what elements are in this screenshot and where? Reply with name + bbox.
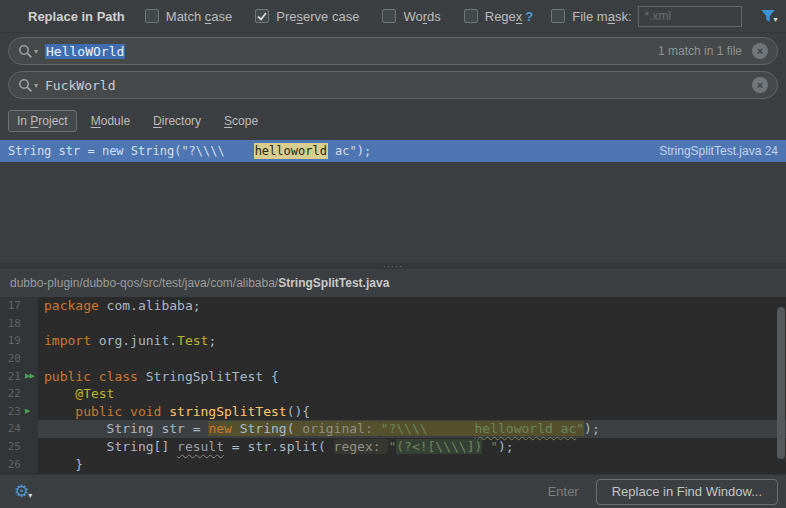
run-method-icon[interactable]: ▶ <box>25 407 29 415</box>
checkbox-box <box>145 9 159 23</box>
tab-in-project[interactable]: In Project <box>8 110 77 132</box>
search-input[interactable]: HelloWOrld <box>45 44 658 59</box>
enter-shortcut-hint: Enter <box>548 484 579 499</box>
line-number: 25 <box>0 440 21 453</box>
gutter-cell: 23▶ <box>0 403 38 421</box>
scope-tabs: In Project Module Directory Scope <box>8 109 267 133</box>
code-text <box>38 315 786 333</box>
line-number: 23 <box>0 405 21 418</box>
search-field[interactable]: ▾ HelloWOrld 1 match in 1 file × <box>8 37 778 65</box>
editor-line[interactable]: 19import org.junit.Test; <box>0 332 786 350</box>
match-highlight: helloworld <box>254 143 328 159</box>
tab-scope[interactable]: Scope <box>215 110 267 132</box>
editor-line[interactable]: 20 <box>0 350 786 368</box>
checkbox-regex[interactable]: Regex ? <box>464 9 534 24</box>
result-file-reference: StringSplitTest.java 24 <box>659 144 778 158</box>
gutter-cell: 22 <box>0 385 38 403</box>
editor-line[interactable]: 25 String[] result = str.split( regex: "… <box>0 438 786 456</box>
search-icon <box>18 44 33 59</box>
checkbox-preserve-case[interactable]: Preserve case <box>255 9 359 24</box>
checkmark-icon <box>257 12 267 21</box>
run-class-icon[interactable]: ▶▶ <box>25 372 34 380</box>
dialog-title: Replace in Path <box>28 9 125 24</box>
replace-history-button[interactable]: ▾ <box>18 78 38 93</box>
line-number: 22 <box>0 387 21 400</box>
breadcrumb-file[interactable]: StringSplitTest.java <box>278 276 389 290</box>
code-text: String[] result = str.split( regex: "(?<… <box>38 438 786 456</box>
checkbox-file-mask[interactable]: File mask: <box>551 9 631 24</box>
breadcrumb: dubbo-plugin/dubbo-qos/src/test/java/com… <box>0 269 786 297</box>
replace-in-find-window-button[interactable]: Replace in Find Window... <box>596 479 778 505</box>
file-mask-input[interactable] <box>638 6 742 27</box>
filter-search-results-button[interactable]: ▾ <box>760 9 778 23</box>
gutter-cell: 18 <box>0 315 38 333</box>
editor-line[interactable]: 23▶ public void stringSplitTest(){ <box>0 403 786 421</box>
replace-field[interactable]: ▾ FuckWorld × <box>8 71 778 99</box>
settings-button[interactable]: ⚙ ▾ <box>14 483 32 500</box>
selected-text: HelloWOrld <box>45 44 125 59</box>
chevron-down-icon: ▾ <box>28 491 32 500</box>
line-number: 26 <box>0 458 21 471</box>
editor-line[interactable]: 22 @Test <box>0 385 786 403</box>
editor-lines: 17package com.alibaba;1819import org.jun… <box>0 297 786 473</box>
checkbox-words[interactable]: Words <box>382 9 440 24</box>
editor-line[interactable]: 17package com.alibaba; <box>0 297 786 315</box>
replace-input[interactable]: FuckWorld <box>45 78 752 93</box>
checkbox-box <box>551 9 565 23</box>
regex-help-link[interactable]: ? <box>525 9 533 24</box>
search-icon <box>18 78 33 93</box>
code-preview-editor[interactable]: 17package com.alibaba;1819import org.jun… <box>0 297 786 474</box>
chevron-down-icon: ▾ <box>34 47 38 56</box>
code-text: } <box>38 455 786 473</box>
line-number: 18 <box>0 317 21 330</box>
clear-search-button[interactable]: × <box>752 43 768 59</box>
checkbox-box <box>382 9 396 23</box>
gutter-cell: 26 <box>0 455 38 473</box>
results-list-area[interactable] <box>0 162 786 263</box>
gear-icon: ⚙ <box>14 483 29 500</box>
search-result-row[interactable]: String str = new String("?\\\\ helloworl… <box>0 140 786 162</box>
gutter-cell: 24 <box>0 420 38 438</box>
gutter-cell: 21▶▶ <box>0 367 38 385</box>
tab-module[interactable]: Module <box>82 110 139 132</box>
code-text: String str = new String( original: "?\\\… <box>38 420 786 438</box>
code-text: public void stringSplitTest(){ <box>38 403 786 421</box>
dialog-footer: ⚙ ▾ Enter Replace in Find Window... <box>0 474 786 508</box>
dialog-header: Replace in Path Match case Preserve case… <box>0 0 786 33</box>
editor-line[interactable]: 21▶▶public class StringSplitTest { <box>0 367 786 385</box>
code-text: import org.junit.Test; <box>38 332 786 350</box>
editor-line[interactable]: 18 <box>0 315 786 333</box>
checkbox-box <box>255 9 269 23</box>
match-count-label: 1 match in 1 file <box>658 44 742 58</box>
editor-line[interactable]: 26 } <box>0 455 786 473</box>
line-number: 21 <box>0 370 21 383</box>
gutter-cell: 19 <box>0 332 38 350</box>
line-number: 24 <box>0 422 21 435</box>
search-history-button[interactable]: ▾ <box>18 44 38 59</box>
code-text: package com.alibaba; <box>38 297 786 315</box>
line-number: 19 <box>0 334 21 347</box>
clear-replace-button[interactable]: × <box>752 77 768 93</box>
editor-line[interactable]: 24 String str = new String( original: "?… <box>0 420 786 438</box>
chevron-down-icon: ▾ <box>34 81 38 90</box>
gutter-cell: 25 <box>0 438 38 456</box>
gutter-cell: 20 <box>0 350 38 368</box>
checkbox-match-case[interactable]: Match case <box>145 9 232 24</box>
line-number: 17 <box>0 299 21 312</box>
code-text: public class StringSplitTest { <box>38 367 786 385</box>
code-text: @Test <box>38 385 786 403</box>
code-text <box>38 350 786 368</box>
chevron-down-icon: ▾ <box>774 15 778 24</box>
checkbox-box <box>464 9 478 23</box>
replace-in-path-dialog: Replace in Path Match case Preserve case… <box>0 0 786 508</box>
breadcrumb-path[interactable]: dubbo-plugin/dubbo-qos/src/test/java/com… <box>10 276 278 290</box>
editor-scrollbar[interactable] <box>777 307 785 459</box>
gutter-cell: 17 <box>0 297 38 315</box>
line-number: 20 <box>0 352 21 365</box>
tab-directory[interactable]: Directory <box>144 110 210 132</box>
